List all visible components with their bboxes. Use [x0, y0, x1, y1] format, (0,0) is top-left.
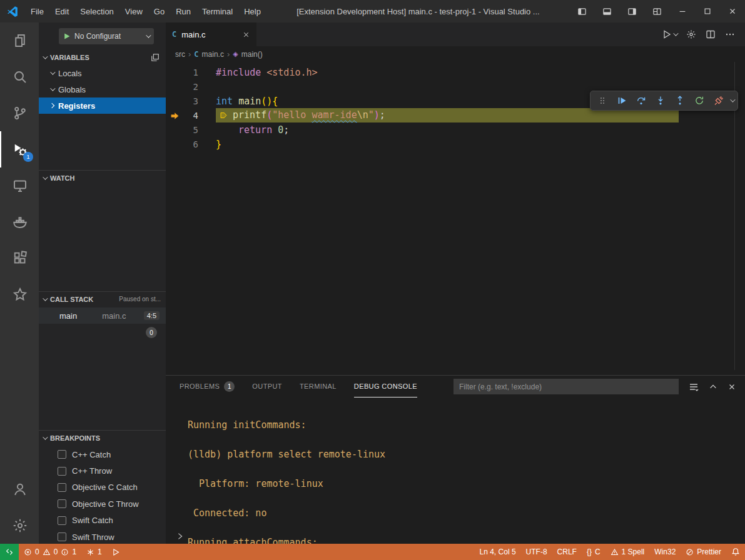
variables-item-globals[interactable]: Globals — [39, 81, 166, 98]
inline-breakpoint-icon[interactable] — [220, 111, 228, 119]
account-icon[interactable] — [0, 471, 39, 508]
continue-button[interactable] — [614, 92, 630, 109]
breakpoint-item[interactable]: C++ Throw — [39, 462, 166, 479]
remote-explorer-icon[interactable] — [0, 168, 39, 204]
customize-layout-icon[interactable] — [645, 0, 670, 22]
breakpoint-item[interactable]: Objective C Throw — [39, 496, 166, 512]
cursor-position[interactable]: Ln 4, Col 5 — [475, 544, 521, 560]
chevron-down-icon — [43, 296, 48, 301]
remote-indicator[interactable] — [0, 544, 19, 560]
stack-frame-row[interactable]: main main.c 4:5 — [39, 308, 166, 324]
breakpoint-label: Objective C Throw — [72, 499, 139, 509]
variables-section-header[interactable]: VARIABLES — [39, 50, 166, 65]
tab-debug-console[interactable]: DEBUG CONSOLE — [354, 376, 417, 398]
menu-item-edit[interactable]: Edit — [49, 0, 74, 22]
eol-status[interactable]: CRLF — [552, 544, 582, 560]
console-filter-input[interactable] — [454, 379, 679, 394]
debug-session-dropdown-icon[interactable] — [730, 97, 735, 102]
checkbox[interactable] — [58, 467, 66, 476]
toggle-secondary-sidebar-icon[interactable] — [620, 0, 645, 22]
checkbox[interactable] — [58, 499, 66, 508]
extensions-icon[interactable] — [0, 240, 39, 276]
menu-item-terminal[interactable]: Terminal — [196, 0, 238, 22]
settings-gear-icon[interactable] — [0, 508, 39, 544]
status-bar-right: Ln 4, Col 5 UTF-8 CRLF {} C 1 Spell Win3… — [475, 544, 745, 560]
step-out-button[interactable] — [672, 92, 688, 109]
close-tab-icon[interactable] — [242, 31, 250, 39]
watch-section-header[interactable]: WATCH — [39, 170, 166, 185]
toggle-sidebar-icon[interactable] — [570, 0, 595, 22]
explorer-icon[interactable] — [0, 22, 39, 59]
menu-item-help[interactable]: Help — [238, 0, 266, 22]
bell-icon — [731, 548, 740, 556]
toggle-panel-icon[interactable] — [595, 0, 620, 22]
breadcrumb-file[interactable]: main.c — [202, 50, 224, 59]
breakpoint-item[interactable]: Swift Catch — [39, 512, 166, 529]
variables-item-locals[interactable]: Locals — [39, 65, 166, 81]
frame-position-badge: 4:5 — [144, 311, 160, 320]
breakpoints-section-header[interactable]: BREAKPOINTS — [39, 430, 166, 445]
run-or-debug-button[interactable] — [662, 29, 677, 39]
checkbox[interactable] — [58, 516, 66, 525]
execution-pointer-icon[interactable] — [166, 111, 183, 121]
disconnect-button[interactable] — [711, 92, 727, 109]
docker-icon[interactable] — [0, 204, 39, 240]
menu-item-run[interactable]: Run — [170, 0, 196, 22]
token-spell-warning: wamr-ide — [312, 108, 357, 122]
breakpoint-item[interactable]: Swift Throw — [39, 529, 166, 544]
tab-terminal[interactable]: TERMINAL — [300, 376, 337, 398]
more-actions-icon[interactable] — [725, 29, 735, 39]
breadcrumb-symbol[interactable]: main() — [241, 50, 263, 59]
warning-count: 0 — [54, 548, 58, 556]
menu-item-file[interactable]: File — [25, 0, 49, 22]
encoding-status[interactable]: UTF-8 — [521, 544, 552, 560]
language-mode[interactable]: {} C — [582, 544, 606, 560]
close-button[interactable] — [720, 0, 745, 22]
toolbar-drag-handle[interactable] — [594, 92, 611, 109]
favorites-star-icon[interactable] — [0, 276, 39, 312]
problems-status[interactable]: 0 0 1 — [19, 544, 81, 560]
step-over-button[interactable] — [633, 92, 649, 109]
restart-button[interactable] — [691, 92, 707, 109]
checkbox[interactable] — [58, 483, 66, 492]
checkbox[interactable] — [58, 532, 66, 541]
platform-status[interactable]: Win32 — [649, 544, 681, 560]
tab-main-c[interactable]: C main.c — [166, 22, 256, 46]
split-editor-icon[interactable] — [706, 29, 716, 39]
checkbox[interactable] — [58, 450, 66, 459]
debug-console-output[interactable]: Running initCommands: (lldb) platform se… — [166, 398, 745, 544]
collapse-all-icon[interactable] — [151, 53, 160, 62]
variables-item-registers[interactable]: Registers — [39, 98, 166, 114]
search-icon[interactable] — [0, 59, 39, 95]
step-into-button[interactable] — [652, 92, 669, 109]
menu-item-view[interactable]: View — [119, 0, 148, 22]
start-debug-icon[interactable] — [63, 32, 71, 40]
code-editor[interactable]: 1 #include <stdio.h> 2 3 int main(){ 4 p… — [166, 62, 745, 375]
debug-status[interactable] — [107, 544, 125, 560]
formatter-status[interactable]: Prettier — [681, 544, 726, 560]
breakpoint-item[interactable]: Objective C Catch — [39, 479, 166, 496]
tab-problems[interactable]: PROBLEMS 1 — [180, 376, 235, 398]
minimize-button[interactable] — [670, 0, 695, 22]
notifications-status[interactable] — [726, 544, 745, 560]
spell-checker-status[interactable]: 1 Spell — [606, 544, 650, 560]
maximize-panel-icon[interactable] — [709, 382, 717, 391]
menu-item-go[interactable]: Go — [148, 0, 170, 22]
breadcrumb-folder[interactable]: src — [175, 50, 185, 59]
call-stack-section-header[interactable]: CALL STACK Paused on st... — [39, 291, 166, 306]
breakpoint-item[interactable]: C++ Catch — [39, 446, 166, 462]
token: " — [368, 108, 374, 122]
close-panel-icon[interactable] — [727, 382, 736, 391]
console-settings-icon[interactable] — [689, 382, 699, 392]
source-control-icon[interactable] — [0, 95, 39, 131]
debug-console-input[interactable] — [176, 532, 185, 541]
menu-item-selection[interactable]: Selection — [74, 0, 119, 22]
run-and-debug-icon[interactable]: 1 — [0, 131, 39, 168]
maximize-button[interactable] — [695, 0, 720, 22]
launch-configuration-dropdown[interactable]: No Configurat — [59, 28, 154, 44]
tab-output[interactable]: OUTPUT — [252, 376, 282, 398]
token — [272, 124, 278, 136]
editor-settings-gear-icon[interactable] — [686, 29, 696, 39]
ports-status[interactable]: 1 — [81, 544, 107, 560]
chevron-down-icon — [146, 32, 151, 38]
